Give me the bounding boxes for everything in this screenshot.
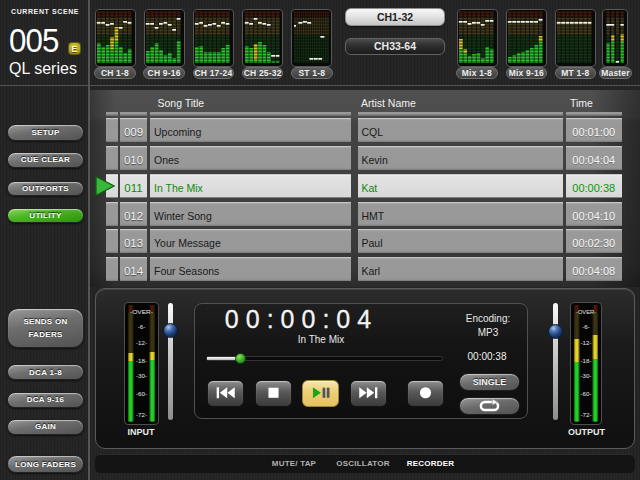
- svg-text:-OVER-: -OVER-: [576, 308, 596, 315]
- svg-text:-30-: -30-: [580, 372, 591, 379]
- svg-text:-60-: -60-: [580, 390, 591, 397]
- svg-text:-18-: -18-: [580, 357, 591, 364]
- svg-text:-30-: -30-: [135, 372, 146, 379]
- svg-text:-12-: -12-: [580, 339, 591, 346]
- svg-text:-72-: -72-: [135, 411, 146, 418]
- svg-text:-12-: -12-: [135, 339, 146, 346]
- svg-text:-60-: -60-: [135, 390, 146, 397]
- svg-text:-OVER-: -OVER-: [130, 308, 153, 315]
- svg-text:-6-: -6-: [137, 323, 145, 330]
- svg-text:-6-: -6-: [582, 323, 590, 330]
- svg-text:-18-: -18-: [135, 357, 146, 364]
- svg-text:-72-: -72-: [580, 411, 591, 418]
